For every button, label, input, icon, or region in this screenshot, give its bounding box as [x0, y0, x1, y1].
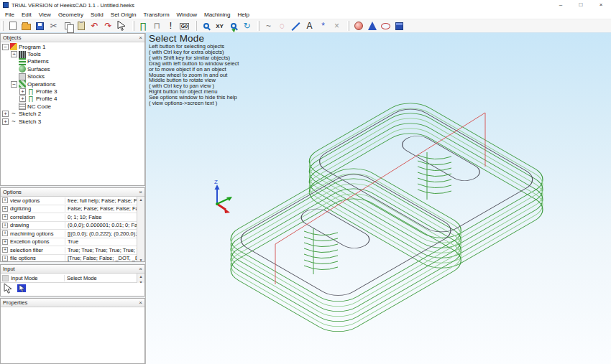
close-icon[interactable]: × — [139, 266, 142, 273]
input-mode-value[interactable]: Select Mode — [64, 275, 137, 281]
scroll-down-icon[interactable]: ▼ — [139, 257, 143, 262]
objects-panel: Objects × −Program 1+ToolsPatternsSurfac… — [0, 33, 145, 186]
expand-icon-correlation[interactable]: + — [2, 214, 8, 220]
option-row-correlation[interactable]: +correlation0; 1; 10; False — [1, 213, 137, 222]
expand-icon-machining-options[interactable]: + — [2, 230, 8, 236]
tree-item-sketch-2[interactable]: +~Sketch 2 — [1, 111, 144, 118]
option-row-drawing[interactable]: +drawing(0,0,0); 0.000001; 0.01; 0; Fal — [1, 222, 137, 230]
gear-points-icon[interactable]: * — [316, 20, 330, 32]
expand-icon-digitizing[interactable]: + — [2, 206, 8, 212]
input-row-spinner[interactable]: ▲ ▼ — [137, 274, 144, 283]
close-icon[interactable]: × — [139, 299, 142, 307]
copy-icon[interactable] — [60, 20, 74, 32]
expand-icon-operations[interactable]: − — [11, 81, 17, 88]
tree-label-sketch-3: Sketch 3 — [19, 118, 41, 125]
menu-geometry[interactable]: Geometry — [55, 11, 87, 18]
view-rotate-icon[interactable]: ↻ — [240, 20, 254, 32]
option-row-file-options[interactable]: +file options[True; False; False; _DOT, … — [1, 255, 137, 263]
toolpath-right-plate[interactable] — [298, 97, 553, 274]
cone-icon[interactable] — [365, 20, 379, 32]
rapid-move-lines[interactable] — [275, 113, 485, 284]
menu-set-origin[interactable]: Set Origin — [107, 11, 140, 18]
open-icon[interactable] — [19, 20, 33, 32]
expand-icon-file-options[interactable]: + — [2, 256, 8, 261]
tree-item-profile-3[interactable]: +∏Profile 3 — [1, 88, 144, 95]
cursor-outline-icon[interactable] — [3, 283, 14, 297]
close-icon[interactable]: × — [139, 189, 142, 196]
menu-view[interactable]: View — [35, 11, 55, 18]
cube-icon[interactable] — [392, 20, 406, 32]
menu-bar: FileEditViewGeometrySolidSet OriginTrans… — [0, 10, 611, 19]
menu-help[interactable]: Help — [234, 11, 252, 18]
zoom-extents-icon[interactable] — [226, 20, 240, 32]
toolbar-group-view: XY↻ — [195, 20, 254, 32]
expand-icon-selection-filter[interactable]: + — [2, 247, 8, 253]
close-button[interactable]: × — [591, 1, 611, 10]
minimize-button[interactable]: – — [551, 1, 571, 10]
tree-item-tools[interactable]: +Tools — [1, 50, 144, 57]
options-panel: Options × +view optionsfree; full help; … — [0, 187, 145, 262]
zoom-window-icon[interactable] — [199, 20, 213, 32]
expand-icon-sketch-3[interactable]: + — [2, 118, 9, 125]
pocket-icon[interactable]: ⊓ — [150, 20, 164, 32]
menu-file[interactable]: File — [1, 11, 18, 18]
paste-icon[interactable] — [74, 20, 88, 32]
option-row-excellon-options[interactable]: +Excellon optionsTrue — [1, 238, 137, 247]
cursor-blue-icon[interactable] — [17, 283, 27, 297]
graphics-viewport[interactable]: Z Select Mode Left button for selecting … — [146, 33, 611, 364]
spline-icon[interactable]: ~ — [262, 20, 275, 32]
tree-item-surfaces[interactable]: Surfaces — [1, 65, 144, 73]
expand-icon-profile-3[interactable]: + — [19, 88, 26, 95]
properties-panel-titlebar: Properties × — [1, 299, 144, 307]
tree-item-program-1[interactable]: −Program 1 — [1, 43, 144, 50]
ellipse-icon[interactable] — [379, 20, 392, 32]
line-icon[interactable] — [289, 20, 303, 32]
drill-icon[interactable]: ! — [164, 20, 178, 32]
option-row-machining-options[interactable]: +machining options[[(0,0,0); (0,0,222); … — [1, 230, 137, 238]
expand-icon-tools[interactable]: + — [11, 51, 17, 57]
menu-transform[interactable]: Transform — [139, 11, 173, 18]
measure-icon[interactable]: × — [330, 20, 344, 32]
undo-icon[interactable]: ↶ — [88, 20, 101, 32]
expand-icon-sketch-2[interactable]: + — [2, 111, 9, 117]
expand-icon-view-options[interactable]: + — [2, 197, 8, 203]
option-value-machining-options: [[(0,0,0); (0,0,222); (0,200,0); — [65, 230, 137, 237]
maximize-button[interactable]: □ — [571, 1, 591, 10]
profile-icon[interactable]: ∏ — [137, 20, 150, 32]
tree-item-stocks[interactable]: Stocks — [1, 73, 144, 80]
expand-icon-excellon-options[interactable]: + — [2, 239, 8, 245]
expand-icon-profile-4[interactable]: + — [19, 95, 26, 102]
menu-window[interactable]: Window — [173, 11, 201, 18]
gcode-icon[interactable]: G0 — [178, 20, 191, 32]
menu-machining[interactable]: Machining — [201, 11, 234, 18]
cut-icon[interactable]: ✂ — [47, 20, 60, 32]
window-title: TRIAL VERSION of HeeksCAD 1.1 - Untitled… — [12, 2, 551, 9]
menu-edit[interactable]: Edit — [18, 11, 35, 18]
options-scrollbar[interactable]: ▲ ▼ — [137, 197, 144, 262]
sphere-icon[interactable] — [352, 20, 365, 32]
tree-item-sketch-3[interactable]: +~Sketch 3 — [1, 118, 144, 125]
close-icon[interactable]: × — [139, 34, 142, 42]
view-xy-icon[interactable]: XY — [213, 20, 226, 32]
points-icon[interactable]: ◌ — [275, 20, 289, 32]
menu-solid[interactable]: Solid — [87, 11, 107, 18]
text-icon[interactable]: A — [303, 20, 316, 32]
option-value-view-options: free; full help; False; False; Fals — [65, 197, 137, 204]
tree-item-nc-code[interactable]: NC Code — [1, 103, 144, 110]
input-mode-row[interactable]: Input Mode Select Mode ▲ ▼ — [1, 274, 144, 283]
tree-item-profile-4[interactable]: +∏Profile 4 — [1, 95, 144, 103]
select-icon[interactable] — [115, 20, 129, 32]
option-row-digitizing[interactable]: +digitizingFalse; False; False; False; F… — [1, 205, 137, 214]
spin-up-icon[interactable]: ▲ — [139, 274, 143, 279]
expand-icon-program-1[interactable]: − — [2, 44, 9, 50]
option-label-correlation: correlation — [10, 214, 65, 220]
option-row-selection-filter[interactable]: +selection filterTrue; True; True; True;… — [1, 246, 137, 255]
scroll-up-icon[interactable]: ▲ — [139, 197, 143, 202]
save-icon[interactable] — [33, 20, 47, 32]
tree-item-patterns[interactable]: Patterns — [1, 58, 144, 65]
new-icon[interactable] — [6, 20, 19, 32]
redo-icon[interactable]: ↷ — [101, 20, 115, 32]
option-row-view-options[interactable]: +view optionsfree; full help; False; Fal… — [1, 197, 137, 205]
tree-item-operations[interactable]: −Operations — [1, 80, 144, 88]
expand-icon-drawing[interactable]: + — [2, 223, 8, 228]
